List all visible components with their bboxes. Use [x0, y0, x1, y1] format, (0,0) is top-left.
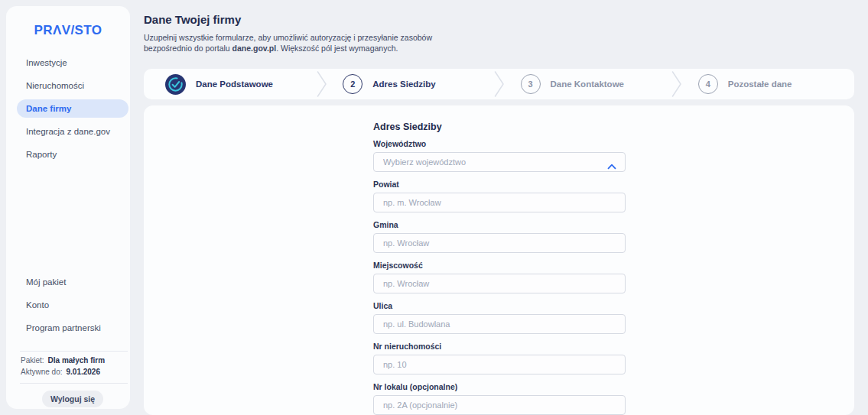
sidebar-item-konto[interactable]: Konto	[17, 296, 128, 314]
plan-package-label: Pakiet:	[21, 356, 44, 365]
field-label: Nr lokalu (opcjonalne)	[373, 382, 626, 391]
plan-active-value: 9.01.2026	[66, 368, 100, 376]
step-dane-kontaktowe[interactable]: 3 Dane Kontaktowe	[499, 69, 677, 99]
sidebar-item-dane-firmy[interactable]: Dane firmy	[17, 99, 128, 118]
step-label: Pozostałe dane	[728, 79, 792, 89]
logout-button[interactable]: Wyloguj się	[42, 391, 103, 407]
step-number-circle: 2	[343, 74, 362, 94]
subtitle-line2-post: . Większość pól jest wymaganych.	[276, 44, 398, 53]
field-nr-nieruchomosci: Nr nieruchomości	[373, 342, 626, 374]
sidebar-item-moj-pakiet[interactable]: Mój pakiet	[17, 273, 128, 291]
field-label: Nr nieruchomości	[373, 342, 626, 351]
ulica-input[interactable]	[373, 314, 626, 334]
sidebar-item-inwestycje[interactable]: Inwestycje	[17, 53, 128, 72]
field-miejscowosc: Miejscowość	[373, 261, 626, 293]
chevron-up-icon[interactable]	[607, 159, 616, 173]
field-nr-lokalu: Nr lokalu (opcjonalne)	[373, 382, 626, 415]
stepper: Dane Podstawowe 2 Adres Siedziby 3 Dane …	[144, 69, 854, 99]
subtitle-portal-name: dane.gov.pl	[232, 44, 277, 53]
app-root: PRΛV/STO Inwestycje Nieruchomości Dane f…	[0, 0, 868, 415]
step-separator-chevron-icon	[494, 69, 505, 99]
subtitle-line1: Uzupełnij wszystkie formularze, aby umoż…	[144, 33, 432, 42]
sidebar-divider-bottom	[20, 383, 128, 384]
miejscowosc-input[interactable]	[373, 274, 626, 293]
plan-package-value: Dla małych firm	[48, 356, 105, 365]
subtitle-line2-pre: bezpośrednio do portalu	[144, 44, 232, 53]
sidebar-item-raporty[interactable]: Raporty	[17, 145, 128, 164]
sidebar: PRΛV/STO Inwestycje Nieruchomości Dane f…	[6, 6, 130, 409]
step-adres-siedziby[interactable]: 2 Adres Siedziby	[321, 69, 499, 99]
step-label: Dane Kontaktowe	[551, 79, 625, 89]
sidebar-item-nieruchomosci[interactable]: Nieruchomości	[17, 76, 128, 95]
step-completed-check-icon	[165, 74, 186, 95]
step-separator-chevron-icon	[317, 69, 327, 99]
sidebar-divider-top	[20, 351, 128, 352]
sidebar-item-integracja[interactable]: Integracja z dane.gov	[17, 122, 128, 141]
pravisto-logo: PRΛV/STO	[6, 23, 130, 38]
sidebar-item-program-partnerski[interactable]: Program partnerski	[17, 319, 128, 337]
plan-package-line: Pakiet:Dla małych firm	[21, 356, 105, 365]
page-subtitle: Uzupełnij wszystkie formularze, aby umoż…	[144, 32, 432, 53]
plan-active-line: Aktywne do:9.01.2026	[21, 368, 100, 376]
step-dane-podstawowe[interactable]: Dane Podstawowe	[144, 69, 321, 99]
nr-nieruchomosci-input[interactable]	[373, 355, 626, 374]
field-label: Ulica	[373, 301, 626, 310]
plan-active-label: Aktywne do:	[21, 368, 62, 376]
field-powiat: Powiat	[373, 180, 626, 212]
form-panel: Adres Siedziby Województwo Powiat Gmina	[144, 105, 854, 415]
step-pozostale-dane[interactable]: 4 Pozostałe dane	[677, 69, 854, 99]
nr-lokalu-input[interactable]	[373, 395, 626, 415]
field-label: Województwo	[373, 139, 626, 148]
address-form: Adres Siedziby Województwo Powiat Gmina	[373, 122, 626, 415]
field-ulica: Ulica	[373, 301, 626, 334]
field-label: Gmina	[373, 220, 626, 229]
step-label: Dane Podstawowe	[196, 79, 273, 89]
step-label: Adres Siedziby	[372, 79, 435, 89]
step-separator-chevron-icon	[671, 69, 682, 99]
form-section-title: Adres Siedziby	[373, 122, 626, 132]
field-label: Powiat	[373, 180, 626, 189]
field-label: Miejscowość	[373, 261, 626, 270]
step-number-circle: 3	[521, 74, 541, 94]
step-number-circle: 4	[698, 74, 718, 94]
field-wojewodztwo: Województwo	[373, 139, 626, 172]
powiat-input[interactable]	[373, 193, 626, 212]
wojewodztwo-select[interactable]	[373, 152, 626, 172]
field-gmina: Gmina	[373, 220, 626, 253]
page-title: Dane Twojej firmy	[144, 13, 241, 26]
gmina-input[interactable]	[373, 233, 626, 253]
